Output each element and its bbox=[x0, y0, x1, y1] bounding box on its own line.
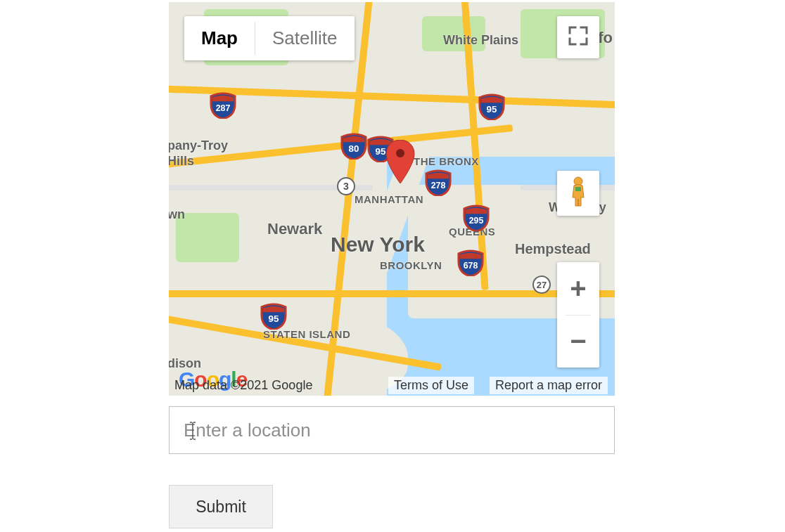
shield-95c: 95 bbox=[260, 303, 287, 330]
minus-icon: − bbox=[570, 325, 586, 357]
label-new-york: New York bbox=[331, 233, 425, 257]
svg-text:3: 3 bbox=[343, 181, 349, 192]
svg-text:95: 95 bbox=[487, 104, 497, 115]
label-manhattan: MANHATTAN bbox=[355, 193, 423, 205]
submit-button-label: Submit bbox=[196, 498, 246, 517]
zoom-control: + − bbox=[557, 262, 599, 368]
svg-text:27: 27 bbox=[537, 280, 547, 290]
label-pany-troy: pany-Troy bbox=[169, 138, 228, 153]
map-canvas[interactable]: White Plains fo pany-Troy Hills wn dison… bbox=[169, 2, 615, 396]
label-the-bronx: THE BRONX bbox=[414, 155, 479, 167]
fullscreen-button[interactable] bbox=[557, 16, 599, 58]
shield-27: 27 bbox=[532, 275, 551, 294]
label-hills: Hills bbox=[169, 154, 194, 169]
zoom-out-button[interactable]: − bbox=[557, 316, 599, 368]
pegman-button[interactable] bbox=[557, 171, 599, 216]
label-newark: Newark bbox=[267, 220, 322, 238]
label-white-plains: White Plains bbox=[443, 33, 518, 48]
label-brooklyn: BROOKLYN bbox=[380, 259, 442, 271]
map-data-text: Map data ©2021 Google bbox=[169, 377, 318, 394]
location-input[interactable] bbox=[169, 406, 615, 454]
shield-95a: 95 bbox=[478, 93, 505, 120]
map-attribution: Map data ©2021 Google Terms of Use Repor… bbox=[169, 375, 615, 396]
label-wn: wn bbox=[169, 207, 185, 222]
map-type-map[interactable]: Map bbox=[184, 16, 255, 60]
terms-link[interactable]: Terms of Use bbox=[388, 377, 474, 394]
pegman-icon bbox=[568, 176, 588, 210]
label-hempstead: Hempstead bbox=[515, 241, 591, 257]
report-link[interactable]: Report a map error bbox=[490, 377, 608, 394]
plus-icon: + bbox=[570, 273, 586, 304]
svg-text:80: 80 bbox=[349, 143, 359, 154]
shield-287: 287 bbox=[210, 92, 236, 119]
svg-text:278: 278 bbox=[431, 181, 446, 190]
shield-3: 3 bbox=[336, 176, 356, 196]
map-type-satellite[interactable]: Satellite bbox=[255, 16, 355, 60]
fullscreen-icon bbox=[568, 26, 588, 48]
shield-295: 295 bbox=[463, 205, 490, 231]
page: { "map": { "type_tabs": { "map": "Map", … bbox=[0, 0, 785, 532]
park-4 bbox=[176, 213, 239, 262]
shield-278: 278 bbox=[425, 169, 452, 196]
zoom-in-button[interactable]: + bbox=[557, 262, 599, 315]
svg-text:95: 95 bbox=[269, 313, 279, 324]
submit-button[interactable]: Submit bbox=[169, 485, 273, 528]
svg-text:295: 295 bbox=[469, 216, 484, 226]
svg-rect-14 bbox=[575, 187, 581, 191]
shield-678: 678 bbox=[457, 249, 484, 276]
label-staten-island: STATEN ISLAND bbox=[263, 328, 350, 340]
svg-text:678: 678 bbox=[464, 261, 478, 271]
shield-80: 80 bbox=[340, 133, 367, 160]
map-type-toggle: Map Satellite bbox=[184, 16, 355, 60]
svg-text:287: 287 bbox=[216, 103, 231, 113]
label-fo: fo bbox=[598, 29, 613, 47]
svg-point-12 bbox=[396, 149, 404, 157]
map-pin-icon[interactable] bbox=[385, 140, 416, 185]
